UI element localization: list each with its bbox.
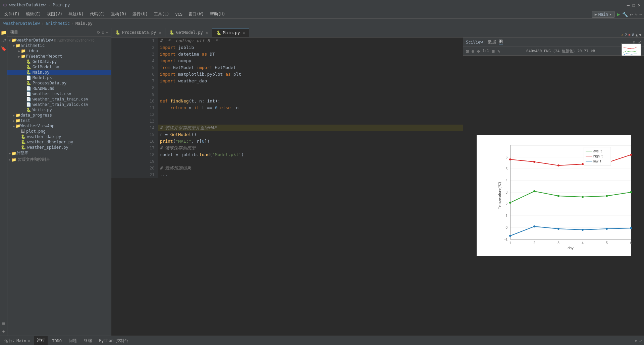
zoom-in-icon[interactable]: ⊕ [471, 49, 474, 54]
tab-processdata[interactable]: 🐍 ProcessData.py ✕ [111, 28, 165, 37]
bottom-tab-run[interactable]: 运行 [34, 336, 48, 345]
git-icon[interactable]: ⎇ [1, 38, 6, 43]
menu-file[interactable]: 文件(F) [2, 11, 22, 18]
bottom-tab-todo[interactable]: TODO [49, 336, 64, 345]
redo-button[interactable]: ↪ [635, 12, 637, 17]
folder-icon[interactable]: 📁 [1, 30, 6, 35]
tree-item-weather-dao[interactable]: 🐍 weather_dao.py [7, 134, 111, 139]
tab-close-processdata[interactable]: ✕ [159, 31, 161, 34]
tree-item-weatherviewapp[interactable]: ▶ 📁 WeatherViewApp [7, 123, 111, 129]
run-button[interactable]: ▶ [617, 11, 620, 17]
maven-icon[interactable]: ◈ [2, 329, 5, 334]
tree-item-readme[interactable]: 📄 README.md [7, 86, 111, 91]
menu-code[interactable]: 代码(C) [87, 11, 108, 18]
run-config-selector[interactable]: ▶ Main ▾ [592, 11, 615, 18]
tree-item-external[interactable]: ▶ 📁 外部库 [7, 150, 111, 156]
menu-run[interactable]: 运行(U) [130, 11, 151, 18]
tree-item-plot[interactable]: 🖼 plot.png [7, 129, 111, 134]
maximize-button[interactable]: ❐ [632, 2, 635, 8]
sidebar-gear-icon[interactable]: ⚙ [102, 30, 104, 35]
bottom-tab-terminal[interactable]: 终端 [81, 336, 95, 345]
svg-point-28 [533, 190, 535, 192]
file-icon: 📄 [26, 102, 31, 107]
undo-button[interactable]: ↩ [630, 12, 633, 17]
tree-item-idea[interactable]: ▶ 📁 .idea [7, 48, 111, 54]
menu-navigate[interactable]: 导航(N) [66, 11, 87, 18]
sciview-tab-data[interactable]: 数据 [488, 39, 496, 45]
breadcrumb-folder[interactable]: arithmetic [46, 21, 70, 26]
nav-down[interactable]: ▼ [639, 33, 641, 37]
sidebar-collapse-icon[interactable]: − [106, 30, 108, 35]
sidebar: 项目 ⟳ ⚙ − ▼ 📁 weatherDataView D:\phython\… [7, 28, 111, 336]
tree-item-write[interactable]: 🐍 Write.py [7, 107, 111, 113]
tree-item-weather-test[interactable]: 📄 weather_test.csv [7, 91, 111, 96]
tree-item-arithmetic[interactable]: ▼ 📁 arithmetic [7, 43, 111, 48]
code-line: 3 import datetime as DT [111, 51, 463, 58]
breadcrumb-file[interactable]: Main.py [75, 21, 93, 26]
tree-label: 外部库 [16, 150, 29, 156]
code-line: 9 [111, 91, 463, 98]
menu-help[interactable]: 帮助(H) [207, 11, 228, 18]
nav-up[interactable]: ▲ [636, 33, 638, 37]
svg-text:-1: -1 [504, 237, 507, 241]
tree-item-scratches[interactable]: ▶ 📁 暂缓文件和控制台 [7, 156, 111, 163]
tree-item-test[interactable]: ▶ 📁 test [7, 118, 111, 123]
breadcrumb-root[interactable]: weatherDataView [3, 21, 40, 26]
svg-text:4: 4 [505, 179, 507, 183]
tab-getmodel[interactable]: 🐍 GetModel.py ✕ [165, 28, 212, 37]
edit-icon[interactable]: ✎ [497, 49, 500, 54]
sciview-tab-chart[interactable]: 图 [499, 39, 503, 45]
tree-item-weather-dbhelper[interactable]: 🐍 weather_dbhelper.py [7, 139, 111, 145]
tree-item-main[interactable]: 🐍 Main.py [7, 70, 111, 75]
menu-view[interactable]: 视图(V) [44, 11, 65, 18]
tree-label: Main.py [33, 70, 50, 75]
debug-button[interactable]: 🔧 [622, 12, 628, 17]
run-close-icon[interactable]: ✕ [28, 339, 30, 343]
folder-icon: 📁 [15, 124, 20, 128]
svg-text:4: 4 [582, 241, 584, 245]
menu-edit[interactable]: 编辑(E) [23, 11, 44, 18]
bottom-gear-icon[interactable]: ⚙ [635, 339, 637, 343]
tree-label: data_progress [20, 113, 52, 118]
fit-icon[interactable]: ⊡ [466, 49, 469, 54]
tab-close-main[interactable]: ✕ [243, 31, 245, 35]
close-button[interactable]: ✕ [638, 2, 641, 8]
tree-item-processdata[interactable]: 🐍 ProcessData.py [7, 80, 111, 86]
menu-window[interactable]: 窗口(W) [186, 11, 207, 18]
tree-label: weather_train_valid.csv [33, 102, 88, 107]
warning-count: 2 [625, 33, 627, 37]
tree-item-weather-spider[interactable]: 🐍 weather_spider.py [7, 145, 111, 150]
bottom-tab-problems[interactable]: 问题 [66, 336, 79, 345]
bottom-tab-python-console[interactable]: Python 控制台 [96, 336, 131, 345]
tree-item-data-progress[interactable]: ▶ 📁 data_progress [7, 113, 111, 118]
bottom-tools: ⚙ ⤢ [635, 339, 642, 343]
grid-icon[interactable]: ⊞ [492, 49, 494, 54]
menu-refactor[interactable]: 重构(R) [108, 11, 129, 18]
bottom-expand-icon[interactable]: ⤢ [639, 339, 642, 343]
tab-close-getmodel[interactable]: ✕ [206, 31, 208, 34]
zoom-out-icon[interactable]: ⊖ [477, 49, 480, 54]
svg-text:6: 6 [630, 241, 632, 245]
sciview-tools: ⊡ ⊕ ⊖ 1:1 ⊞ ✎ [466, 49, 500, 54]
more-actions-button[interactable]: ⋯ [640, 12, 642, 17]
tree-item-pyweather[interactable]: ▶ 📁 PYWeatherReport [7, 54, 111, 59]
file-icon: 📄 [26, 91, 31, 96]
tab-main[interactable]: 🐍 Main.py ✕ [212, 28, 250, 37]
minimize-button[interactable]: — [627, 2, 630, 8]
structure-icon[interactable]: ≡ [2, 321, 5, 326]
titlebar-controls[interactable]: — ❐ ✕ [627, 2, 641, 8]
folder-icon: 📁 [11, 38, 16, 43]
code-editor[interactable]: 1 # -*- coding: utf-8 -*- 2 import jobli… [111, 38, 463, 336]
sidebar-sync-icon[interactable]: ⟳ [97, 30, 100, 35]
tree-item-getmodel[interactable]: 🐍 GetModel.py [7, 64, 111, 70]
tree-item-weather-valid[interactable]: 📄 weather_train_valid.csv [7, 102, 111, 107]
tree-item-root[interactable]: ▼ 📁 weatherDataView D:\phython\pythonPro [7, 38, 111, 43]
menu-vcs[interactable]: VCS [173, 11, 185, 17]
tree-item-getdata[interactable]: 🐍 GetData.py [7, 59, 111, 64]
actual-size-icon[interactable]: 1:1 [482, 49, 489, 54]
tree-item-model[interactable]: 📄 Model.pkl [7, 75, 111, 80]
svg-text:1: 1 [505, 214, 507, 218]
tree-item-weather-train[interactable]: 📄 weather_train_train.csv [7, 96, 111, 102]
menu-tools[interactable]: 工具(L) [151, 11, 172, 18]
bookmark-icon[interactable]: 🔖 [1, 46, 6, 51]
